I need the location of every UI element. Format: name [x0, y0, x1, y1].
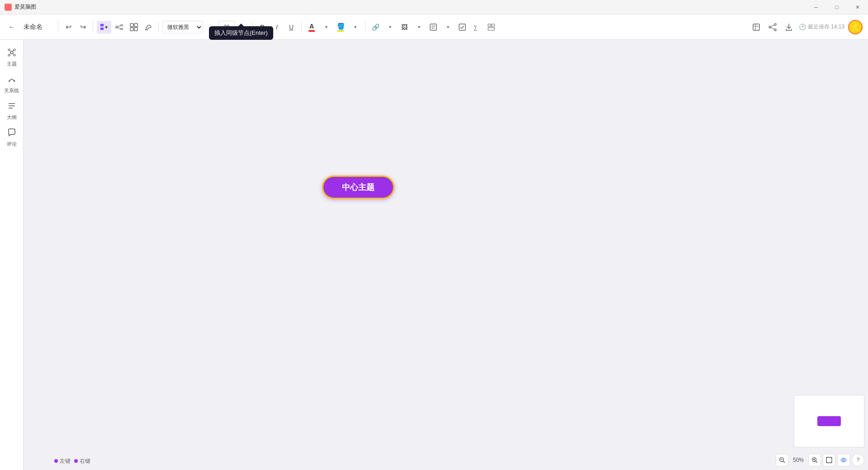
- separator-6: [365, 22, 365, 33]
- svg-line-36: [13, 51, 14, 51]
- underline-button[interactable]: U: [285, 21, 298, 33]
- svg-rect-1: [100, 28, 104, 30]
- sidebar-item-relation[interactable]: 关系线: [2, 72, 22, 97]
- central-node[interactable]: 中心主题: [322, 176, 394, 199]
- user-avatar[interactable]: 🌟: [848, 20, 863, 34]
- separator-2: [93, 22, 93, 33]
- back-button[interactable]: ←: [5, 21, 18, 33]
- insert-child-icon: [115, 23, 124, 32]
- undo-button[interactable]: ↩: [62, 21, 75, 33]
- style-icon: [144, 23, 153, 32]
- note-icon: [429, 23, 437, 31]
- right-dot: [74, 459, 78, 463]
- clock-icon: 🕐: [799, 24, 806, 30]
- svg-rect-9: [130, 24, 133, 27]
- share-button[interactable]: [766, 21, 779, 33]
- font-color-dropdown[interactable]: ▾: [320, 21, 332, 33]
- sidebar-label-theme: 主题: [7, 61, 17, 67]
- svg-line-38: [13, 54, 14, 54]
- separator-1: [58, 22, 58, 33]
- toolbar-right-actions: 🕐 最近保存 14:13 🌟: [750, 20, 863, 34]
- insert-child-button[interactable]: [113, 21, 126, 33]
- sidebar-item-outline[interactable]: 大纲: [2, 99, 22, 123]
- left-sidebar: 主题 关系线 大纲 评论: [0, 40, 24, 470]
- sidebar-label-relation: 关系线: [4, 87, 19, 94]
- svg-rect-21: [488, 28, 494, 30]
- svg-point-31: [8, 49, 10, 51]
- main-toolbar: ← 未命名 ↩ ↪ 微软雅: [0, 14, 868, 40]
- history-button[interactable]: [750, 21, 763, 33]
- svg-rect-20: [492, 24, 494, 27]
- svg-rect-17: [459, 24, 465, 30]
- sidebar-item-comment[interactable]: 评论: [2, 125, 22, 150]
- close-button[interactable]: ✕: [847, 0, 868, 14]
- fill-color-dropdown[interactable]: ▾: [349, 21, 361, 33]
- share-icon: [768, 23, 777, 32]
- font-color-button[interactable]: A: [305, 21, 318, 33]
- template-icon: [487, 23, 495, 31]
- app-icon: [5, 4, 12, 11]
- svg-line-29: [771, 28, 774, 29]
- formula-button[interactable]: ∑: [470, 21, 483, 33]
- font-family-select[interactable]: 微软雅黑: [162, 21, 203, 33]
- svg-point-27: [774, 29, 776, 31]
- window-controls: ─ □ ✕: [806, 0, 868, 14]
- sidebar-item-theme[interactable]: 主题: [2, 45, 22, 70]
- redo-button[interactable]: ↪: [76, 21, 89, 33]
- note-button[interactable]: [427, 21, 440, 33]
- fill-color-button[interactable]: 🪣: [334, 21, 347, 33]
- svg-rect-6: [120, 28, 123, 30]
- left-dot: [54, 459, 58, 463]
- image-button[interactable]: 🖼: [398, 21, 411, 33]
- svg-rect-10: [134, 24, 138, 27]
- template-button[interactable]: [485, 21, 498, 33]
- layout-icon: [129, 23, 138, 32]
- svg-point-26: [769, 26, 771, 28]
- svg-rect-4: [115, 26, 119, 28]
- svg-line-28: [771, 25, 774, 27]
- right-click-item[interactable]: 右键: [74, 457, 90, 465]
- main-canvas[interactable]: 中心主题 50%: [24, 40, 868, 470]
- restore-button[interactable]: □: [826, 0, 847, 14]
- svg-point-30: [10, 51, 13, 54]
- minimap: [794, 395, 864, 447]
- layout-button[interactable]: [128, 21, 140, 33]
- image-dropdown[interactable]: ▾: [413, 21, 425, 33]
- outline-icon: [7, 101, 16, 113]
- minimize-button[interactable]: ─: [806, 0, 826, 14]
- sidebar-label-outline: 大纲: [7, 114, 17, 121]
- left-click-label: 左键: [60, 457, 71, 465]
- svg-text:∑: ∑: [474, 24, 478, 31]
- bottom-bar: 左键 右键: [47, 452, 868, 470]
- svg-rect-11: [130, 28, 133, 31]
- export-button[interactable]: [783, 21, 795, 33]
- svg-line-8: [119, 27, 120, 29]
- link-button[interactable]: 🔗: [369, 21, 382, 33]
- save-time: 最近保存 14:13: [808, 23, 844, 31]
- sidebar-label-comment: 评论: [7, 141, 17, 147]
- style-button[interactable]: [142, 21, 155, 33]
- task-icon: [458, 23, 466, 31]
- insert-sibling-button[interactable]: [97, 21, 111, 33]
- svg-point-25: [774, 24, 776, 25]
- svg-rect-19: [488, 24, 491, 27]
- svg-line-35: [10, 51, 10, 51]
- svg-rect-12: [134, 28, 138, 31]
- right-click-label: 右键: [80, 457, 90, 465]
- svg-line-37: [10, 54, 10, 54]
- export-icon: [784, 23, 793, 32]
- link-dropdown[interactable]: ▾: [384, 21, 396, 33]
- note-dropdown[interactable]: ▾: [441, 21, 454, 33]
- document-title: 未命名: [24, 23, 51, 31]
- left-click-item[interactable]: 左键: [54, 457, 71, 465]
- svg-point-32: [14, 49, 15, 51]
- title-bar: 爱莫脑图 ─ □ ✕: [0, 0, 868, 14]
- theme-icon: [7, 48, 16, 59]
- svg-point-33: [8, 54, 10, 56]
- central-node-label: 中心主题: [342, 182, 375, 193]
- insert-sibling-tooltip: 插入同级节点(Enter): [209, 26, 273, 40]
- task-button[interactable]: [456, 21, 469, 33]
- comment-icon: [7, 128, 16, 139]
- separator-3: [158, 22, 159, 33]
- history-icon: [752, 23, 761, 32]
